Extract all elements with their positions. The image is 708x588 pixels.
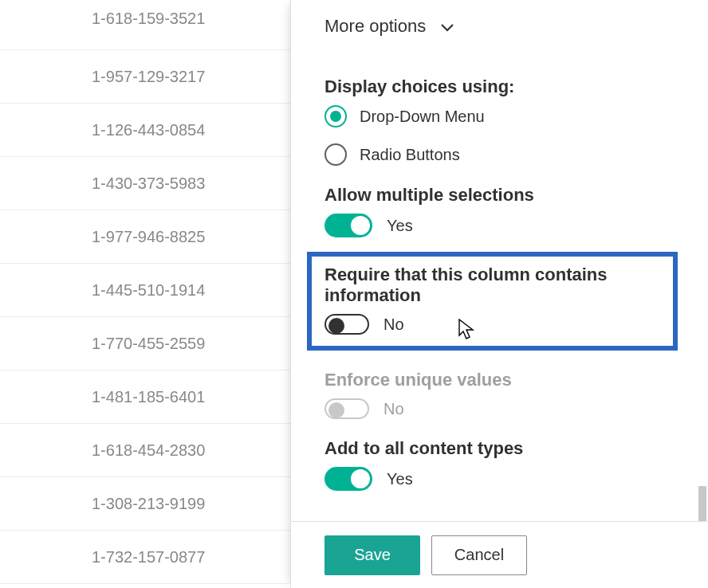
list-item[interactable]: 1-481-185-6401 xyxy=(0,370,290,424)
phone-text: 1-481-185-6401 xyxy=(92,388,205,406)
chevron-down-icon xyxy=(440,21,454,35)
enforce-unique-toggle xyxy=(324,398,369,419)
display-choices-heading: Display choices using: xyxy=(324,76,675,97)
phone-text: 1-770-455-2559 xyxy=(92,335,205,352)
phone-text: 1-618-159-3521 xyxy=(92,10,205,27)
list-item[interactable]: 1-430-373-5983 xyxy=(0,157,290,210)
tutorial-highlight: Require that this column contains inform… xyxy=(307,252,678,351)
panel-scrollbar[interactable] xyxy=(697,75,708,521)
list-item[interactable]: 1-732-157-0877 xyxy=(0,531,290,584)
display-choice-dropdown-radio[interactable]: Drop-Down Menu xyxy=(324,105,675,127)
save-button-label: Save xyxy=(354,546,391,564)
enforce-unique-heading: Enforce unique values xyxy=(324,370,675,390)
allow-multiple-value: Yes xyxy=(387,217,413,235)
more-options-expander[interactable]: More options xyxy=(324,16,454,37)
save-button[interactable]: Save xyxy=(324,535,420,575)
phone-text: 1-126-443-0854 xyxy=(92,121,205,139)
list-item[interactable]: 1-445-510-1914 xyxy=(0,264,290,317)
list-item[interactable]: 1-618-454-2830 xyxy=(0,424,290,477)
radio-icon xyxy=(324,143,347,166)
phone-text: 1-732-157-0877 xyxy=(92,548,205,566)
enforce-unique-value: No xyxy=(384,400,404,418)
radio-icon xyxy=(324,105,347,127)
phone-text: 1-430-373-5983 xyxy=(92,174,205,192)
require-info-heading: Require that this column contains inform… xyxy=(324,265,660,306)
add-to-all-value: Yes xyxy=(387,470,413,488)
radio-label: Drop-Down Menu xyxy=(360,108,485,126)
phone-text: 1-618-454-2830 xyxy=(92,441,205,459)
cancel-button-label: Cancel xyxy=(454,546,504,564)
background-data-list: 1-618-159-3521 1-957-129-3217 1-126-443-… xyxy=(0,0,290,588)
list-item[interactable]: 1-977-946-8825 xyxy=(0,210,290,264)
add-to-all-heading: Add to all content types xyxy=(324,438,675,459)
column-settings-panel: More options Display choices using: Drop… xyxy=(290,0,708,588)
allow-multiple-toggle[interactable] xyxy=(324,214,372,237)
add-to-all-toggle[interactable] xyxy=(324,467,372,491)
phone-text: 1-977-946-8825 xyxy=(92,228,205,245)
require-info-toggle[interactable] xyxy=(324,314,369,335)
list-item[interactable]: 1-126-443-0854 xyxy=(0,104,290,157)
list-item[interactable]: 1-770-455-2559 xyxy=(0,317,290,370)
require-info-value: No xyxy=(384,316,404,334)
list-item[interactable]: 1-308-213-9199 xyxy=(0,477,290,531)
phone-text: 1-957-129-3217 xyxy=(92,68,205,85)
radio-label: Radio Buttons xyxy=(360,146,460,164)
more-options-label: More options xyxy=(324,16,426,37)
list-item[interactable]: 1-618-159-3521 xyxy=(0,0,290,50)
panel-footer: Save Cancel xyxy=(291,521,708,588)
panel-scroll-area: More options Display choices using: Drop… xyxy=(291,0,708,521)
phone-text: 1-308-213-9199 xyxy=(92,495,205,512)
list-item[interactable]: 1-957-129-3217 xyxy=(0,50,290,104)
allow-multiple-heading: Allow multiple selections xyxy=(324,185,675,206)
cancel-button[interactable]: Cancel xyxy=(431,535,527,575)
phone-text: 1-445-510-1914 xyxy=(92,281,205,299)
display-choice-radiobuttons-radio[interactable]: Radio Buttons xyxy=(324,143,675,166)
